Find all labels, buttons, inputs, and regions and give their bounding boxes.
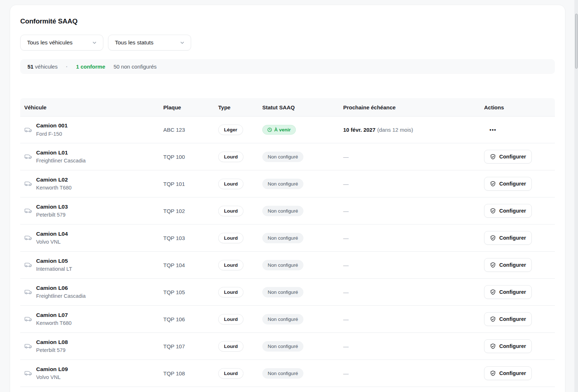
vehicle-model: International LT: [36, 266, 72, 272]
status-cell: Non configuré: [262, 179, 343, 189]
header-type: Type: [215, 104, 262, 110]
configure-button[interactable]: Configurer: [484, 177, 532, 191]
shield-check-icon: [490, 154, 496, 160]
status-label: Non configuré: [268, 344, 298, 349]
vehicle-cell: Camion L03 Peterbilt 579: [24, 204, 163, 218]
status-badge: À venir: [262, 125, 296, 135]
configure-button[interactable]: Configurer: [484, 285, 532, 299]
actions-cell: ••• Configurer: [484, 366, 540, 380]
status-badge: Non configuré: [262, 341, 303, 352]
shield-check-icon: [490, 181, 496, 187]
table-row: Camion L07 Kenworth T680 TQP 106 Lourd N…: [20, 306, 555, 333]
due-cell: 10 févr. 2027(dans 12 mois): [343, 127, 484, 133]
vehicle-identity: Camion L05 International LT: [36, 258, 72, 273]
due-date: 10 févr. 2027: [343, 127, 375, 133]
truck-icon: [24, 343, 32, 349]
due-date: —: [343, 262, 349, 268]
status-label: À venir: [274, 127, 291, 132]
status-label: Non configuré: [268, 154, 298, 160]
status-label: Non configuré: [268, 371, 298, 376]
configure-button-label: Configurer: [499, 316, 526, 322]
status-cell: À venir: [262, 125, 343, 135]
shield-check-icon: [490, 208, 496, 214]
vehicle-model: Kenworth T680: [36, 320, 72, 326]
configure-button[interactable]: Configurer: [484, 258, 532, 272]
vehicle-name: Camion L01: [36, 149, 86, 156]
truck-icon: [24, 127, 32, 132]
filters-row: Tous les véhicules Tous les statuts: [20, 35, 555, 51]
header-actions: Actions: [484, 104, 540, 110]
table-row: Camion L01 Freightliner Cascadia TQP 100…: [20, 143, 555, 170]
shield-check-icon: [490, 316, 496, 322]
truck-icon: [24, 208, 32, 213]
type-cell: Lourd: [215, 314, 262, 325]
shield-check-icon: [490, 289, 496, 295]
type-badge: Lourd: [218, 314, 243, 325]
table-body: Camion 001 Ford F-150 ABC 123 Léger À ve…: [20, 116, 555, 387]
vehicle-identity: Camion L09 Volvo VNL: [36, 366, 68, 381]
type-cell: Lourd: [215, 152, 262, 162]
vehicle-name: Camion L05: [36, 258, 72, 265]
header-due: Prochaine échéance: [343, 104, 484, 110]
shield-check-icon: [490, 262, 496, 268]
header-status: Statut SAAQ: [262, 104, 343, 110]
vehicle-cell: Camion L04 Volvo VNL: [24, 231, 163, 245]
clock-icon: [267, 127, 272, 132]
vehicle-model: Freightliner Cascadia: [36, 293, 86, 299]
vehicle-name: Camion L03: [36, 204, 68, 210]
vehicle-cell: Camion L07 Kenworth T680: [24, 312, 163, 327]
vehicle-model: Volvo VNL: [36, 374, 68, 380]
due-cell: —: [343, 262, 484, 268]
table-header-row: Véhicule Plaque Type Statut SAAQ Prochai…: [20, 98, 555, 116]
actions-cell: ••• Configurer: [484, 312, 540, 326]
configure-button[interactable]: Configurer: [484, 339, 532, 353]
status-cell: Non configuré: [262, 206, 343, 216]
configure-button-label: Configurer: [499, 235, 526, 241]
configure-button[interactable]: Configurer: [484, 150, 532, 164]
vehicle-count: 51 véhicules: [27, 64, 57, 70]
type-cell: Lourd: [215, 206, 262, 216]
vehicles-table: Véhicule Plaque Type Statut SAAQ Prochai…: [20, 98, 555, 387]
configure-button[interactable]: Configurer: [484, 366, 532, 380]
header-plate: Plaque: [163, 104, 215, 110]
status-badge: Non configuré: [262, 233, 303, 243]
vehicle-cell: Camion L05 International LT: [24, 258, 163, 273]
configure-button[interactable]: Configurer: [484, 204, 532, 218]
type-badge: Léger: [218, 125, 243, 135]
status-cell: Non configuré: [262, 260, 343, 270]
type-cell: Lourd: [215, 287, 262, 297]
table-row: Camion L06 Freightliner Cascadia TQP 105…: [20, 279, 555, 306]
actions-cell: ••• Configurer: [484, 285, 540, 299]
plate-cell: TQP 103: [163, 235, 215, 241]
type-badge: Lourd: [218, 287, 243, 297]
vehicle-identity: Camion L04 Volvo VNL: [36, 231, 68, 245]
configure-button[interactable]: Configurer: [484, 231, 532, 245]
scrollbar-track[interactable]: [574, 0, 578, 392]
summary-bar: 51 véhicules · 1 conforme 50 non configu…: [20, 59, 555, 74]
truck-icon: [24, 289, 32, 295]
vehicle-name: Camion 001: [36, 122, 68, 129]
row-menu-button[interactable]: •••: [486, 124, 500, 136]
vehicle-filter-select[interactable]: Tous les véhicules: [20, 35, 103, 51]
vehicle-model: Volvo VNL: [36, 239, 68, 245]
type-badge: Lourd: [218, 368, 243, 379]
configure-button[interactable]: Configurer: [484, 312, 532, 326]
status-filter-select[interactable]: Tous les statuts: [108, 35, 191, 51]
table-row: Camion L09 Volvo VNL TQP 108 Lourd Non c…: [20, 360, 555, 387]
actions-cell: ••• Configurer: [484, 177, 540, 191]
shield-check-icon: [490, 235, 496, 241]
status-filter-value: Tous les statuts: [115, 39, 154, 46]
scrollbar-thumb[interactable]: [575, 14, 578, 69]
configure-button-label: Configurer: [499, 262, 526, 268]
vehicle-name: Camion L09: [36, 366, 68, 373]
actions-cell: ••• Configurer: [484, 339, 540, 353]
conforming-count: 1 conforme: [76, 64, 105, 70]
due-date: —: [343, 208, 349, 214]
vehicle-name: Camion L02: [36, 177, 72, 183]
chevron-down-icon: [180, 40, 185, 45]
vehicle-name: Camion L07: [36, 312, 72, 319]
due-date: —: [343, 289, 349, 295]
due-cell: —: [343, 289, 484, 295]
plate-cell: TQP 100: [163, 154, 215, 160]
table-row: Camion L03 Peterbilt 579 TQP 102 Lourd N…: [20, 197, 555, 225]
